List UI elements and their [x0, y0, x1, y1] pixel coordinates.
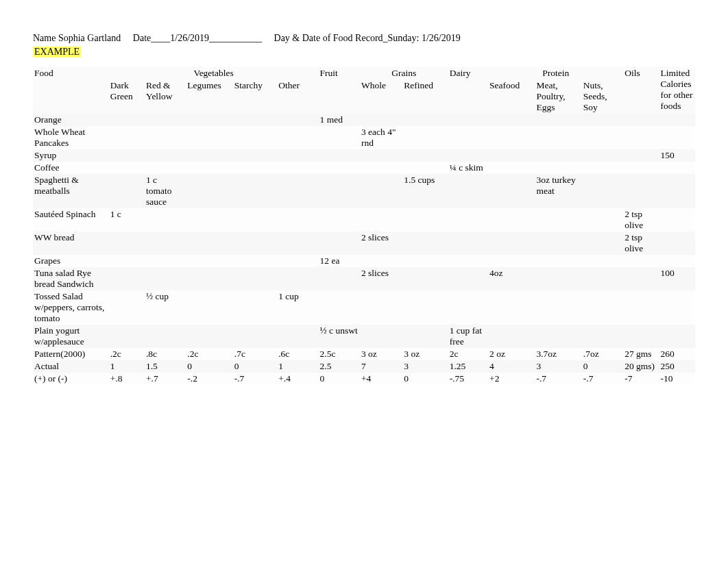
col-other: Other [277, 79, 318, 114]
cell-ns [582, 208, 623, 232]
cell-sf [488, 208, 535, 232]
table-row: Plain yogurt w/applesauce½ c unswt1 cup … [33, 325, 695, 348]
cell-mp [535, 267, 581, 290]
cell-food: Sautéed Spinach [33, 208, 109, 232]
cell-lc [659, 114, 695, 126]
cell-rf: 3 [402, 360, 448, 373]
cell-rf [402, 325, 448, 348]
cell-sf [488, 232, 535, 255]
cell-lc [659, 126, 695, 149]
cell-mp: -.7 [535, 373, 581, 385]
cell-ry [145, 208, 186, 232]
cell-wh: 3 each 4" rnd [360, 126, 402, 149]
cell-da [448, 267, 488, 290]
cell-ns [582, 325, 623, 348]
cell-wh [360, 162, 402, 174]
cell-ot: 1 cup [277, 290, 318, 325]
cell-lc [659, 290, 695, 325]
cell-lc [659, 208, 695, 232]
cell-da [448, 114, 488, 126]
cell-lg [186, 126, 232, 149]
cell-sf: +2 [488, 373, 535, 385]
table-row: Actual11.50012.5731.2543020 gms)250 [33, 360, 695, 373]
cell-ns [582, 126, 623, 149]
cell-sf [488, 126, 535, 149]
cell-mp [535, 149, 581, 162]
example-label: EXAMPLE [33, 47, 81, 58]
food-record-table: Food Vegetables Fruit Grains Dairy Prote… [33, 67, 695, 385]
cell-mp [535, 162, 581, 174]
cell-mp: 3 [535, 360, 581, 373]
cell-fr [319, 126, 360, 149]
cell-da: 2c [448, 348, 488, 360]
cell-sf [488, 114, 535, 126]
cell-st: 0 [233, 360, 277, 373]
table-row: Whole Wheat Pancakes3 each 4" rnd [33, 126, 695, 149]
table-row: Spaghetti & meatballs1 c tomato sauce1.5… [33, 174, 695, 208]
cell-oi: 20 gms) [623, 360, 659, 373]
col-vegetables: Vegetables [109, 67, 319, 79]
cell-dg [109, 126, 145, 149]
col-seafood: Seafood [488, 79, 535, 114]
cell-dg [109, 149, 145, 162]
cell-ot [277, 162, 318, 174]
cell-ot: 1 [277, 360, 318, 373]
cell-ot [277, 267, 318, 290]
cell-lg [186, 149, 232, 162]
cell-wh [360, 174, 402, 208]
cell-oi: 2 tsp olive [623, 208, 659, 232]
cell-ot [277, 149, 318, 162]
cell-ns [582, 162, 623, 174]
cell-lg [186, 267, 232, 290]
col-refined: Refined [402, 79, 448, 114]
cell-lc [659, 325, 695, 348]
cell-oi [623, 267, 659, 290]
cell-ot [277, 126, 318, 149]
cell-ry: +.7 [145, 373, 186, 385]
cell-food: Syrup [33, 149, 109, 162]
cell-sf [488, 174, 535, 208]
cell-ry [145, 267, 186, 290]
cell-sf [488, 325, 535, 348]
cell-st: .7c [233, 348, 277, 360]
cell-rf [402, 267, 448, 290]
cell-da [448, 149, 488, 162]
cell-sf: 4oz [488, 267, 535, 290]
col-meat: Meat, Poultry, Eggs [535, 79, 581, 114]
cell-fr [319, 290, 360, 325]
cell-ot [277, 232, 318, 255]
cell-wh [360, 290, 402, 325]
cell-ot [277, 208, 318, 232]
cell-rf [402, 114, 448, 126]
cell-ot: .6c [277, 348, 318, 360]
cell-mp [535, 325, 581, 348]
cell-ry [145, 232, 186, 255]
col-starchy: Starchy [233, 79, 277, 114]
cell-ry [145, 114, 186, 126]
header-row-2: Dark Green Red & Yellow Legumes Starchy … [33, 79, 695, 114]
cell-st [233, 255, 277, 267]
table-row: WW bread2 slices2 tsp olive [33, 232, 695, 255]
cell-ry: ½ cup [145, 290, 186, 325]
cell-rf [402, 255, 448, 267]
cell-da: ¼ c skim [448, 162, 488, 174]
cell-food: Grapes [33, 255, 109, 267]
cell-dg: 1 [109, 360, 145, 373]
cell-mp [535, 232, 581, 255]
col-whole: Whole [360, 79, 402, 114]
cell-rf: 1.5 cups [402, 174, 448, 208]
cell-lg: 0 [186, 360, 232, 373]
header-row-1: Food Vegetables Fruit Grains Dairy Prote… [33, 67, 695, 79]
cell-oi [623, 126, 659, 149]
cell-da: 1 cup fat free [448, 325, 488, 348]
cell-mp [535, 255, 581, 267]
cell-lc: 250 [659, 360, 695, 373]
cell-wh: 2 slices [360, 232, 402, 255]
cell-dg: +.8 [109, 373, 145, 385]
cell-dg [109, 174, 145, 208]
cell-rf [402, 208, 448, 232]
table-row: Coffee¼ c skim [33, 162, 695, 174]
cell-ot [277, 325, 318, 348]
cell-da [448, 232, 488, 255]
date-value: 1/26/2019___________ [170, 33, 262, 43]
